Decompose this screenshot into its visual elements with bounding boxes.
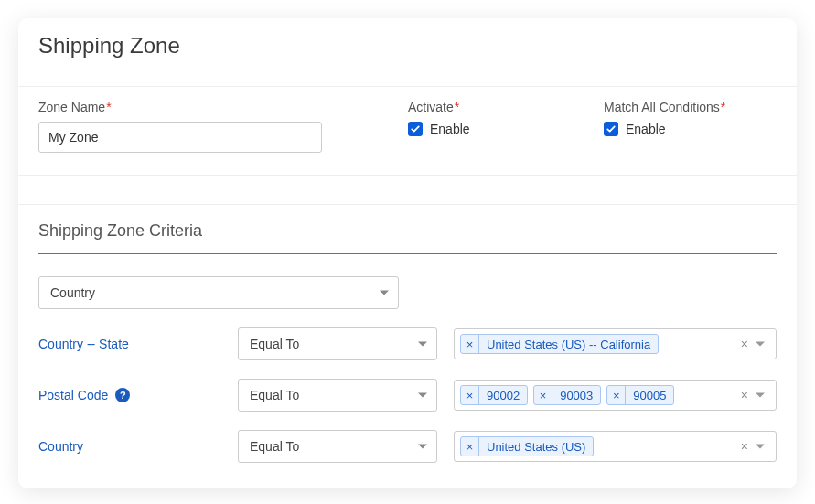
criteria-row: Country Equal To × United States (US) ×: [38, 430, 777, 463]
chevron-down-icon[interactable]: [756, 342, 765, 347]
value-multiselect[interactable]: × United States (US) -- California ×: [454, 328, 777, 359]
tag-text: 90005: [626, 389, 673, 402]
criteria-label-country[interactable]: Country: [38, 439, 221, 454]
chevron-down-icon: [380, 291, 389, 295]
criteria-divider: [38, 253, 777, 254]
chevron-down-icon[interactable]: [756, 445, 765, 449]
activate-field: Activate* Enable: [408, 100, 582, 153]
required-asterisk: *: [721, 100, 725, 114]
activate-enable-text: Enable: [430, 122, 470, 136]
tag-remove-icon[interactable]: ×: [461, 386, 479, 404]
criteria-type-value: Country: [50, 285, 95, 300]
tag-text: 90002: [479, 389, 527, 402]
value-multiselect[interactable]: × United States (US) ×: [454, 431, 777, 462]
criteria-label-postal-code[interactable]: Postal Code ?: [38, 388, 221, 402]
required-asterisk: *: [455, 100, 459, 114]
chevron-down-icon: [418, 342, 427, 347]
zone-name-input[interactable]: [38, 122, 322, 153]
required-asterisk: *: [106, 100, 111, 114]
criteria-type-select[interactable]: Country: [38, 276, 399, 309]
chevron-down-icon: [418, 445, 427, 449]
tag-remove-icon[interactable]: ×: [534, 386, 552, 404]
tag: × 90003: [533, 385, 601, 405]
clear-all-icon[interactable]: ×: [741, 388, 748, 402]
chevron-down-icon: [418, 393, 427, 398]
operator-select[interactable]: Equal To: [238, 379, 437, 412]
shipping-zone-card: Shipping Zone Zone Name* Activate* Enabl…: [18, 18, 797, 488]
chevron-down-icon[interactable]: [756, 393, 765, 398]
tag-remove-icon[interactable]: ×: [607, 386, 626, 404]
tag-text: 90003: [552, 389, 600, 402]
operator-select[interactable]: Equal To: [238, 430, 437, 463]
form-row: Zone Name* Activate* Enable Match All Co…: [18, 87, 797, 176]
page-title: Shipping Zone: [38, 33, 777, 59]
zone-name-label: Zone Name*: [38, 100, 386, 114]
criteria-row: Country -- State Equal To × United State…: [38, 327, 777, 360]
operator-select[interactable]: Equal To: [238, 327, 437, 360]
tag: × United States (US) -- California: [460, 334, 659, 354]
spacer: [18, 176, 797, 205]
activate-checkbox-row: Enable: [408, 122, 582, 136]
zone-name-field: Zone Name*: [38, 100, 386, 153]
criteria-label-country-state[interactable]: Country -- State: [38, 337, 221, 351]
check-icon: [606, 123, 617, 134]
check-icon: [410, 123, 421, 134]
criteria-body: Country Country -- State Equal To × Unit…: [18, 262, 797, 488]
tag: × 90005: [606, 385, 674, 405]
match-all-checkbox[interactable]: [604, 122, 618, 136]
activate-checkbox[interactable]: [408, 122, 423, 136]
match-all-checkbox-row: Enable: [604, 122, 777, 136]
tag: × United States (US): [460, 436, 594, 456]
match-all-enable-text: Enable: [626, 122, 666, 136]
tag: × 90002: [460, 385, 528, 405]
criteria-header: Shipping Zone Criteria: [18, 205, 797, 262]
card-header: Shipping Zone: [18, 18, 797, 70]
clear-all-icon[interactable]: ×: [741, 337, 748, 351]
tag-remove-icon[interactable]: ×: [461, 437, 479, 456]
tag-text: United States (US): [479, 440, 593, 454]
criteria-row: Postal Code ? Equal To × 90002 × 90003 ×…: [38, 379, 777, 412]
help-icon[interactable]: ?: [115, 388, 130, 402]
activate-label: Activate*: [408, 100, 582, 114]
clear-all-icon[interactable]: ×: [741, 439, 748, 454]
tag-text: United States (US) -- California: [479, 338, 658, 351]
match-all-label: Match All Conditions*: [604, 100, 777, 114]
match-all-field: Match All Conditions* Enable: [604, 100, 777, 153]
tag-remove-icon[interactable]: ×: [461, 335, 479, 353]
criteria-title: Shipping Zone Criteria: [38, 221, 777, 241]
value-multiselect[interactable]: × 90002 × 90003 × 90005 ×: [454, 380, 777, 411]
divider: [18, 70, 797, 87]
